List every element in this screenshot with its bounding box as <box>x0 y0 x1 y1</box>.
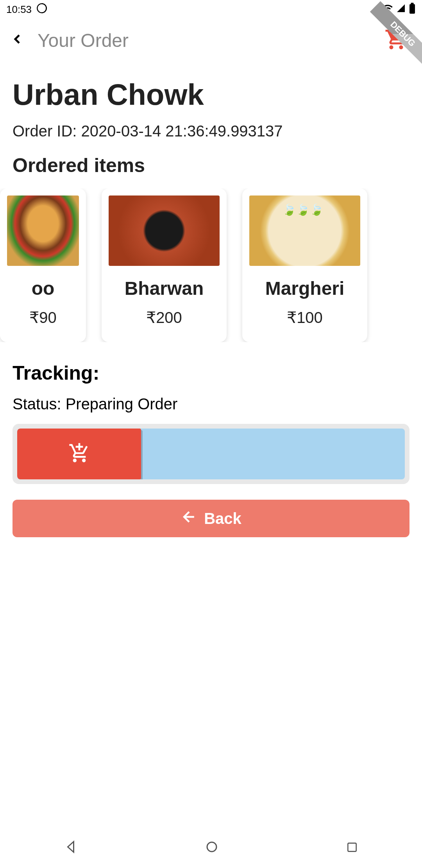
item-name: Bharwan <box>125 278 204 299</box>
back-icon[interactable] <box>9 30 25 51</box>
item-card[interactable]: oo ₹90 <box>0 188 86 342</box>
nav-home-icon[interactable] <box>205 840 219 857</box>
food-image <box>109 195 220 266</box>
svg-rect-1 <box>409 4 415 14</box>
nav-recent-icon[interactable] <box>346 840 358 857</box>
progress-fill <box>17 429 141 479</box>
tracking-heading: Tracking: <box>13 362 409 384</box>
item-price: ₹100 <box>287 308 323 326</box>
signal-icon <box>396 4 406 16</box>
item-card[interactable]: Bharwan ₹200 <box>102 188 227 342</box>
restaurant-name: Urban Chowk <box>13 77 409 111</box>
food-image <box>7 195 79 266</box>
back-button[interactable]: Back <box>13 500 409 537</box>
ordered-items-heading: Ordered items <box>13 154 409 177</box>
svg-rect-6 <box>348 843 356 851</box>
svg-marker-4 <box>68 841 73 852</box>
page-title: Your Order <box>38 30 129 51</box>
battery-icon <box>409 3 416 16</box>
order-id: Order ID: 2020-03-14 21:36:49.993137 <box>13 122 409 140</box>
svg-rect-2 <box>411 3 414 5</box>
item-price: ₹90 <box>29 308 57 326</box>
sync-icon <box>36 3 47 16</box>
progress-track <box>17 429 405 479</box>
tracking-status: Status: Preparing Order <box>13 395 409 413</box>
main-content: Urban Chowk Order ID: 2020-03-14 21:36:4… <box>0 77 422 537</box>
svg-point-5 <box>207 842 216 852</box>
item-price: ₹200 <box>146 308 182 326</box>
items-carousel[interactable]: oo ₹90 Bharwan ₹200 Margheri ₹100 <box>0 188 409 342</box>
status-bar: 10:53 <box>0 0 422 19</box>
app-bar: Your Order DEBUG <box>0 19 422 62</box>
item-name: Margheri <box>265 278 345 299</box>
item-card[interactable]: Margheri ₹100 <box>242 188 367 342</box>
food-image <box>249 195 360 266</box>
nav-back-icon[interactable] <box>64 840 78 857</box>
progress-container <box>13 424 409 484</box>
item-name: oo <box>32 278 55 299</box>
android-nav-bar <box>0 829 422 868</box>
back-button-label: Back <box>204 510 241 527</box>
add-cart-icon <box>68 442 90 466</box>
arrow-left-icon <box>181 508 198 529</box>
status-time: 10:53 <box>6 4 32 16</box>
